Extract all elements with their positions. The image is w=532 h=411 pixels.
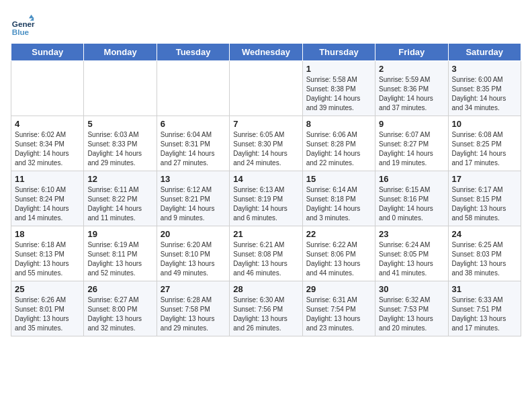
day-info: Sunrise: 6:13 AM Sunset: 8:19 PM Dayligh… bbox=[233, 185, 298, 223]
day-info: Sunrise: 6:06 AM Sunset: 8:28 PM Dayligh… bbox=[306, 130, 371, 168]
day-info: Sunrise: 6:32 AM Sunset: 7:53 PM Dayligh… bbox=[379, 295, 444, 333]
day-info: Sunrise: 6:25 AM Sunset: 8:03 PM Dayligh… bbox=[452, 240, 517, 278]
day-info: Sunrise: 6:08 AM Sunset: 8:25 PM Dayligh… bbox=[452, 130, 517, 168]
day-number: 28 bbox=[233, 284, 298, 294]
day-number: 6 bbox=[161, 119, 226, 129]
day-info: Sunrise: 6:18 AM Sunset: 8:13 PM Dayligh… bbox=[15, 240, 80, 278]
day-number: 24 bbox=[452, 229, 517, 239]
calendar-cell: 29Sunrise: 6:31 AM Sunset: 7:54 PM Dayli… bbox=[302, 281, 375, 336]
calendar-cell: 11Sunrise: 6:10 AM Sunset: 8:24 PM Dayli… bbox=[11, 171, 84, 226]
day-info: Sunrise: 6:33 AM Sunset: 7:51 PM Dayligh… bbox=[452, 295, 517, 333]
day-info: Sunrise: 6:05 AM Sunset: 8:30 PM Dayligh… bbox=[233, 130, 298, 168]
day-number: 21 bbox=[233, 229, 298, 239]
day-info: Sunrise: 6:00 AM Sunset: 8:35 PM Dayligh… bbox=[452, 75, 517, 113]
day-info: Sunrise: 6:26 AM Sunset: 8:01 PM Dayligh… bbox=[15, 295, 80, 333]
calendar-cell: 18Sunrise: 6:18 AM Sunset: 8:13 PM Dayli… bbox=[11, 226, 84, 281]
svg-text:Blue: Blue bbox=[12, 28, 30, 36]
day-number: 5 bbox=[87, 119, 152, 129]
calendar-cell: 22Sunrise: 6:22 AM Sunset: 8:06 PM Dayli… bbox=[302, 226, 375, 281]
day-info: Sunrise: 6:15 AM Sunset: 8:16 PM Dayligh… bbox=[379, 185, 444, 223]
day-info: Sunrise: 6:24 AM Sunset: 8:05 PM Dayligh… bbox=[379, 240, 444, 278]
day-number: 11 bbox=[15, 174, 80, 184]
day-info: Sunrise: 6:28 AM Sunset: 7:58 PM Dayligh… bbox=[161, 295, 226, 333]
day-number: 30 bbox=[379, 284, 444, 294]
calendar-cell: 31Sunrise: 6:33 AM Sunset: 7:51 PM Dayli… bbox=[448, 281, 521, 336]
day-info: Sunrise: 6:03 AM Sunset: 8:33 PM Dayligh… bbox=[87, 130, 152, 168]
calendar-cell: 30Sunrise: 6:32 AM Sunset: 7:53 PM Dayli… bbox=[375, 281, 448, 336]
logo-icon: General Blue bbox=[11, 13, 35, 38]
weekday-header-thursday: Thursday bbox=[302, 44, 375, 61]
calendar-cell bbox=[11, 61, 84, 116]
day-info: Sunrise: 6:27 AM Sunset: 8:00 PM Dayligh… bbox=[87, 295, 152, 333]
day-info: Sunrise: 6:21 AM Sunset: 8:08 PM Dayligh… bbox=[233, 240, 298, 278]
day-number: 23 bbox=[379, 229, 444, 239]
day-number: 2 bbox=[379, 64, 444, 74]
calendar-cell: 15Sunrise: 6:14 AM Sunset: 8:18 PM Dayli… bbox=[302, 171, 375, 226]
day-info: Sunrise: 6:04 AM Sunset: 8:31 PM Dayligh… bbox=[161, 130, 226, 168]
calendar-cell: 19Sunrise: 6:19 AM Sunset: 8:11 PM Dayli… bbox=[84, 226, 157, 281]
day-info: Sunrise: 6:12 AM Sunset: 8:21 PM Dayligh… bbox=[161, 185, 226, 223]
calendar-cell: 16Sunrise: 6:15 AM Sunset: 8:16 PM Dayli… bbox=[375, 171, 448, 226]
calendar-cell: 4Sunrise: 6:02 AM Sunset: 8:34 PM Daylig… bbox=[11, 116, 84, 171]
day-number: 3 bbox=[452, 64, 517, 74]
day-info: Sunrise: 6:19 AM Sunset: 8:11 PM Dayligh… bbox=[87, 240, 152, 278]
calendar-cell: 20Sunrise: 6:20 AM Sunset: 8:10 PM Dayli… bbox=[157, 226, 229, 281]
day-number: 7 bbox=[233, 119, 298, 129]
calendar-cell: 17Sunrise: 6:17 AM Sunset: 8:15 PM Dayli… bbox=[448, 171, 521, 226]
svg-marker-2 bbox=[29, 15, 34, 18]
calendar-cell: 10Sunrise: 6:08 AM Sunset: 8:25 PM Dayli… bbox=[448, 116, 521, 171]
day-info: Sunrise: 6:07 AM Sunset: 8:27 PM Dayligh… bbox=[379, 130, 444, 168]
day-number: 15 bbox=[306, 174, 371, 184]
calendar-cell: 28Sunrise: 6:30 AM Sunset: 7:56 PM Dayli… bbox=[230, 281, 302, 336]
day-number: 25 bbox=[15, 284, 80, 294]
calendar-cell: 7Sunrise: 6:05 AM Sunset: 8:30 PM Daylig… bbox=[230, 116, 302, 171]
calendar-week-2: 4Sunrise: 6:02 AM Sunset: 8:34 PM Daylig… bbox=[11, 116, 521, 171]
day-info: Sunrise: 6:22 AM Sunset: 8:06 PM Dayligh… bbox=[306, 240, 371, 278]
day-number: 12 bbox=[87, 174, 152, 184]
day-info: Sunrise: 5:59 AM Sunset: 8:36 PM Dayligh… bbox=[379, 75, 444, 113]
weekday-header-tuesday: Tuesday bbox=[157, 44, 229, 61]
day-info: Sunrise: 6:20 AM Sunset: 8:10 PM Dayligh… bbox=[161, 240, 226, 278]
calendar-cell: 3Sunrise: 6:00 AM Sunset: 8:35 PM Daylig… bbox=[448, 61, 521, 116]
day-info: Sunrise: 6:31 AM Sunset: 7:54 PM Dayligh… bbox=[306, 295, 371, 333]
day-number: 1 bbox=[306, 64, 371, 74]
calendar-cell bbox=[230, 61, 302, 116]
day-info: Sunrise: 5:58 AM Sunset: 8:38 PM Dayligh… bbox=[306, 75, 371, 113]
day-number: 17 bbox=[452, 174, 517, 184]
day-number: 31 bbox=[452, 284, 517, 294]
day-number: 14 bbox=[233, 174, 298, 184]
calendar-cell: 13Sunrise: 6:12 AM Sunset: 8:21 PM Dayli… bbox=[157, 171, 229, 226]
calendar-cell: 9Sunrise: 6:07 AM Sunset: 8:27 PM Daylig… bbox=[375, 116, 448, 171]
calendar-cell: 26Sunrise: 6:27 AM Sunset: 8:00 PM Dayli… bbox=[84, 281, 157, 336]
day-number: 27 bbox=[161, 284, 226, 294]
day-number: 26 bbox=[87, 284, 152, 294]
calendar-cell: 23Sunrise: 6:24 AM Sunset: 8:05 PM Dayli… bbox=[375, 226, 448, 281]
day-info: Sunrise: 6:10 AM Sunset: 8:24 PM Dayligh… bbox=[15, 185, 80, 223]
calendar-week-5: 25Sunrise: 6:26 AM Sunset: 8:01 PM Dayli… bbox=[11, 281, 521, 336]
header-area: General Blue bbox=[11, 11, 521, 38]
calendar-cell bbox=[84, 61, 157, 116]
calendar-cell bbox=[157, 61, 229, 116]
day-number: 18 bbox=[15, 229, 80, 239]
calendar-week-1: 1Sunrise: 5:58 AM Sunset: 8:38 PM Daylig… bbox=[11, 61, 521, 116]
calendar-cell: 6Sunrise: 6:04 AM Sunset: 8:31 PM Daylig… bbox=[157, 116, 229, 171]
day-number: 10 bbox=[452, 119, 517, 129]
day-number: 29 bbox=[306, 284, 371, 294]
calendar-cell: 21Sunrise: 6:21 AM Sunset: 8:08 PM Dayli… bbox=[230, 226, 302, 281]
calendar-cell: 5Sunrise: 6:03 AM Sunset: 8:33 PM Daylig… bbox=[84, 116, 157, 171]
weekday-header-saturday: Saturday bbox=[448, 44, 521, 61]
calendar-header: SundayMondayTuesdayWednesdayThursdayFrid… bbox=[11, 44, 521, 61]
day-number: 19 bbox=[87, 229, 152, 239]
day-number: 13 bbox=[161, 174, 226, 184]
calendar-cell: 12Sunrise: 6:11 AM Sunset: 8:22 PM Dayli… bbox=[84, 171, 157, 226]
weekday-header-wednesday: Wednesday bbox=[230, 44, 302, 61]
calendar-week-4: 18Sunrise: 6:18 AM Sunset: 8:13 PM Dayli… bbox=[11, 226, 521, 281]
calendar-table: SundayMondayTuesdayWednesdayThursdayFrid… bbox=[11, 43, 521, 336]
day-number: 4 bbox=[15, 119, 80, 129]
day-info: Sunrise: 6:17 AM Sunset: 8:15 PM Dayligh… bbox=[452, 185, 517, 223]
calendar-cell: 25Sunrise: 6:26 AM Sunset: 8:01 PM Dayli… bbox=[11, 281, 84, 336]
day-number: 22 bbox=[306, 229, 371, 239]
calendar-cell: 27Sunrise: 6:28 AM Sunset: 7:58 PM Dayli… bbox=[157, 281, 229, 336]
calendar-cell: 8Sunrise: 6:06 AM Sunset: 8:28 PM Daylig… bbox=[302, 116, 375, 171]
calendar-cell: 1Sunrise: 5:58 AM Sunset: 8:38 PM Daylig… bbox=[302, 61, 375, 116]
